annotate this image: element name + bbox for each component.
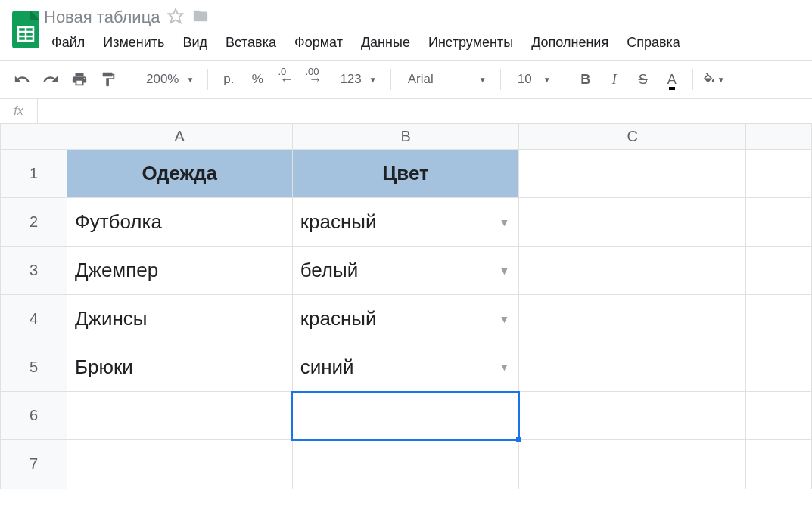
- percent-button[interactable]: %: [246, 68, 269, 91]
- row-header-4[interactable]: 4: [1, 295, 67, 343]
- cell-c3[interactable]: [519, 247, 746, 295]
- sheets-logo[interactable]: [8, 6, 44, 54]
- cell-a1[interactable]: Одежда: [67, 150, 292, 198]
- menu-help[interactable]: Справка: [619, 32, 688, 54]
- menu-format[interactable]: Формат: [287, 32, 350, 54]
- increase-decimal-button[interactable]: .00→: [303, 68, 326, 91]
- cell-d6[interactable]: [746, 392, 812, 440]
- formula-input[interactable]: [38, 99, 812, 123]
- cell-b3[interactable]: белый▼: [292, 247, 519, 295]
- row-header-6[interactable]: 6: [1, 392, 67, 440]
- cell-d5[interactable]: [746, 343, 812, 392]
- row-header-5[interactable]: 5: [1, 343, 67, 392]
- zoom-dropdown[interactable]: 200%▼: [138, 72, 198, 87]
- cell-c7[interactable]: [519, 440, 746, 489]
- cell-a5[interactable]: Брюки: [67, 343, 292, 392]
- cell-d7[interactable]: [746, 440, 812, 489]
- font-size-dropdown[interactable]: 10▼: [510, 72, 555, 87]
- fx-label: fx: [0, 99, 38, 123]
- cell-b4[interactable]: красный▼: [292, 295, 519, 343]
- undo-button[interactable]: [11, 68, 33, 91]
- cell-d3[interactable]: [746, 247, 812, 295]
- cell-b5[interactable]: синий▼: [292, 343, 519, 392]
- cell-b1[interactable]: Цвет: [292, 150, 519, 198]
- dropdown-arrow-icon[interactable]: ▼: [499, 216, 510, 228]
- print-button[interactable]: [68, 68, 91, 91]
- cell-a4[interactable]: Джинсы: [67, 295, 292, 343]
- cell-c6[interactable]: [519, 392, 746, 440]
- toolbar: 200%▼ р. % .0← .00→ 123▼ Arial▼ 10▼ B I …: [0, 60, 812, 99]
- cell-d2[interactable]: [746, 198, 812, 247]
- italic-button[interactable]: I: [603, 68, 626, 91]
- cell-b6[interactable]: [292, 392, 519, 440]
- redo-button[interactable]: [39, 68, 62, 91]
- column-header-c[interactable]: C: [519, 124, 746, 150]
- menu-insert[interactable]: Вставка: [218, 32, 284, 54]
- text-color-button[interactable]: A: [661, 68, 683, 91]
- currency-button[interactable]: р.: [217, 68, 240, 91]
- column-header-b[interactable]: B: [292, 124, 519, 150]
- folder-icon[interactable]: [191, 8, 210, 27]
- row-header-2[interactable]: 2: [1, 198, 67, 247]
- fill-color-button[interactable]: ▼: [702, 68, 725, 91]
- header: Новая таблица Файл Изменить Вид Вставка …: [0, 0, 812, 60]
- cell-d4[interactable]: [746, 295, 812, 343]
- cell-d1[interactable]: [746, 150, 812, 198]
- cell-b7[interactable]: [292, 440, 519, 489]
- document-title[interactable]: Новая таблица: [44, 8, 160, 27]
- font-dropdown[interactable]: Arial▼: [400, 72, 491, 87]
- strikethrough-button[interactable]: S: [632, 68, 655, 91]
- spreadsheet-grid: A B C 1 Одежда Цвет 2 Футболка красный▼ …: [0, 123, 812, 489]
- cell-a3[interactable]: Джемпер: [67, 247, 292, 295]
- paint-format-button[interactable]: [97, 68, 120, 91]
- menu-data[interactable]: Данные: [353, 32, 418, 54]
- row-header-1[interactable]: 1: [1, 150, 67, 198]
- menu-bar: Файл Изменить Вид Вставка Формат Данные …: [44, 30, 804, 60]
- row-header-3[interactable]: 3: [1, 247, 67, 295]
- decrease-decimal-button[interactable]: .0←: [275, 68, 297, 91]
- menu-edit[interactable]: Изменить: [95, 32, 172, 54]
- select-all-corner[interactable]: [1, 124, 67, 150]
- column-header-a[interactable]: A: [67, 124, 292, 150]
- cell-a7[interactable]: [67, 440, 292, 489]
- menu-addons[interactable]: Дополнения: [524, 32, 616, 54]
- svg-marker-5: [169, 9, 182, 23]
- cell-a2[interactable]: Футболка: [67, 198, 292, 247]
- star-icon[interactable]: [167, 8, 184, 27]
- number-format-dropdown[interactable]: 123▼: [332, 72, 381, 87]
- menu-file[interactable]: Файл: [44, 32, 92, 54]
- menu-tools[interactable]: Инструменты: [421, 32, 521, 54]
- cell-c4[interactable]: [519, 295, 746, 343]
- menu-view[interactable]: Вид: [175, 32, 215, 54]
- cell-c1[interactable]: [519, 150, 746, 198]
- dropdown-arrow-icon[interactable]: ▼: [499, 361, 510, 373]
- cell-b2[interactable]: красный▼: [292, 198, 519, 247]
- dropdown-arrow-icon[interactable]: ▼: [499, 313, 510, 325]
- formula-bar: fx: [0, 99, 812, 123]
- column-header-row: A B C: [1, 124, 812, 150]
- cell-c2[interactable]: [519, 198, 746, 247]
- cell-a6[interactable]: [67, 392, 292, 440]
- column-header-d[interactable]: [746, 124, 812, 150]
- cell-c5[interactable]: [519, 343, 746, 392]
- bold-button[interactable]: B: [574, 68, 597, 91]
- dropdown-arrow-icon[interactable]: ▼: [499, 265, 510, 277]
- row-header-7[interactable]: 7: [1, 440, 67, 489]
